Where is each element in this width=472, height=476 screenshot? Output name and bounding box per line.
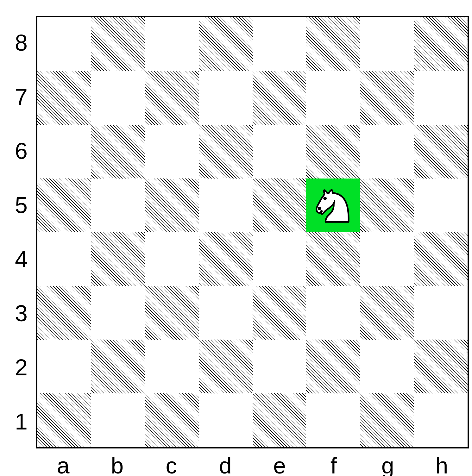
knight-icon <box>311 183 356 228</box>
square-h4[interactable] <box>414 232 468 286</box>
square-g8[interactable] <box>360 17 414 71</box>
chessboard-diagram: 8 7 6 5 4 3 2 1 <box>6 6 466 476</box>
square-f6[interactable] <box>306 125 360 178</box>
rank-label-3: 3 <box>6 286 36 340</box>
file-label-d: d <box>198 448 253 476</box>
file-label-g: g <box>361 448 415 476</box>
square-a8[interactable] <box>37 17 91 71</box>
rank-label-6: 6 <box>6 124 36 178</box>
svg-point-0 <box>319 207 321 209</box>
square-d1[interactable] <box>199 393 253 447</box>
file-label-c: c <box>144 448 198 476</box>
square-d4[interactable] <box>199 232 253 286</box>
square-e3[interactable] <box>253 286 306 340</box>
square-g7[interactable] <box>360 71 414 125</box>
file-label-a: a <box>36 448 90 476</box>
white-knight-piece[interactable] <box>311 183 356 228</box>
square-f4[interactable] <box>306 232 360 286</box>
square-g3[interactable] <box>360 286 414 340</box>
square-f5[interactable] <box>306 178 360 232</box>
rank-labels: 8 7 6 5 4 3 2 1 <box>6 16 36 448</box>
square-h3[interactable] <box>414 286 468 340</box>
square-g5[interactable] <box>360 178 414 232</box>
square-f3[interactable] <box>306 286 360 340</box>
square-c5[interactable] <box>145 178 199 232</box>
square-b3[interactable] <box>91 286 145 340</box>
square-h6[interactable] <box>414 125 468 178</box>
square-c1[interactable] <box>145 393 199 447</box>
file-labels: a b c d e f g h <box>36 448 469 476</box>
square-b2[interactable] <box>91 340 145 393</box>
square-b6[interactable] <box>91 125 145 178</box>
file-label-e: e <box>253 448 307 476</box>
square-f2[interactable] <box>306 340 360 393</box>
square-a5[interactable] <box>37 178 91 232</box>
square-g2[interactable] <box>360 340 414 393</box>
rank-label-2: 2 <box>6 340 36 394</box>
square-b1[interactable] <box>91 393 145 447</box>
square-h8[interactable] <box>414 17 468 71</box>
square-c6[interactable] <box>145 125 199 178</box>
square-e8[interactable] <box>253 17 306 71</box>
square-c3[interactable] <box>145 286 199 340</box>
square-e1[interactable] <box>253 393 306 447</box>
square-d2[interactable] <box>199 340 253 393</box>
square-e2[interactable] <box>253 340 306 393</box>
square-h7[interactable] <box>414 71 468 125</box>
file-label-f: f <box>306 448 361 476</box>
square-d8[interactable] <box>199 17 253 71</box>
file-label-h: h <box>415 448 469 476</box>
square-a4[interactable] <box>37 232 91 286</box>
square-h5[interactable] <box>414 178 468 232</box>
square-a2[interactable] <box>37 340 91 393</box>
square-a3[interactable] <box>37 286 91 340</box>
square-f8[interactable] <box>306 17 360 71</box>
square-g1[interactable] <box>360 393 414 447</box>
rank-label-1: 1 <box>6 394 36 448</box>
square-e6[interactable] <box>253 125 306 178</box>
svg-point-1 <box>324 197 326 199</box>
square-c7[interactable] <box>145 71 199 125</box>
square-b4[interactable] <box>91 232 145 286</box>
file-label-b: b <box>90 448 144 476</box>
square-a7[interactable] <box>37 71 91 125</box>
square-c2[interactable] <box>145 340 199 393</box>
square-c4[interactable] <box>145 232 199 286</box>
square-f7[interactable] <box>306 71 360 125</box>
rank-label-7: 7 <box>6 70 36 124</box>
square-e5[interactable] <box>253 178 306 232</box>
square-d7[interactable] <box>199 71 253 125</box>
square-g6[interactable] <box>360 125 414 178</box>
rank-label-4: 4 <box>6 232 36 286</box>
square-e4[interactable] <box>253 232 306 286</box>
square-b7[interactable] <box>91 71 145 125</box>
rank-label-5: 5 <box>6 178 36 232</box>
square-g4[interactable] <box>360 232 414 286</box>
square-h1[interactable] <box>414 393 468 447</box>
chessboard <box>36 16 469 448</box>
square-h2[interactable] <box>414 340 468 393</box>
square-b5[interactable] <box>91 178 145 232</box>
square-a1[interactable] <box>37 393 91 447</box>
square-d3[interactable] <box>199 286 253 340</box>
square-e7[interactable] <box>253 71 306 125</box>
square-c8[interactable] <box>145 17 199 71</box>
square-d6[interactable] <box>199 125 253 178</box>
square-d5[interactable] <box>199 178 253 232</box>
square-f1[interactable] <box>306 393 360 447</box>
square-b8[interactable] <box>91 17 145 71</box>
rank-label-8: 8 <box>6 16 36 70</box>
square-a6[interactable] <box>37 125 91 178</box>
